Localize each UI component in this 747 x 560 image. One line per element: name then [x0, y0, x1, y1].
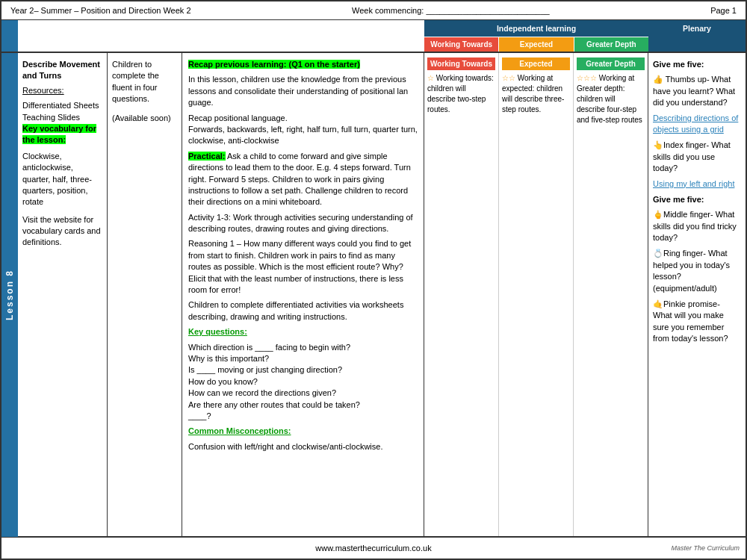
greater-depth-col: Greater Depth ☆☆☆ Working at Greater dep… — [574, 53, 648, 536]
activity-text: Activity 1-3: Work through activities se… — [188, 212, 418, 235]
exp-stars: ☆☆ — [502, 74, 515, 82]
key-vocab-highlight: Key vocabulary for the lesson: — [22, 124, 96, 144]
misconceptions-label: Common Misconceptions: — [188, 426, 418, 437]
gd-stars: ☆☆☆ — [577, 74, 597, 82]
col-header-teaching: Class teaching input — [182, 20, 424, 52]
plenary-give-five-1: Give me five: — [653, 59, 741, 70]
independent-col: Working Towards ☆ Working towards: child… — [424, 53, 648, 537]
sub-header-gd: Greater Depth — [574, 37, 648, 52]
header-week: Week commencing: _______________________… — [352, 6, 550, 15]
plenary-pinkie: 🤙Pinkie promise- What will you make sure… — [653, 299, 741, 345]
key-questions-label: Key questions: — [188, 326, 418, 337]
plenary-link2[interactable]: Using my left and right — [653, 178, 741, 190]
differentiated-text: Children to complete differentiated acti… — [188, 299, 418, 323]
footer-logo: Master The Curriculum — [627, 544, 740, 552]
page-footer: www.masterthecurriculum.co.uk Master The… — [1, 537, 746, 559]
exp-header: Expected — [502, 57, 570, 70]
misconceptions-text: Confusion with left/right and clockwise/… — [188, 441, 418, 452]
teaching-col: Recap previous learning: (Q1 on the star… — [182, 53, 424, 537]
plenary-middle: 🖕Middle finger- What skills did you find… — [653, 209, 741, 243]
wt-text: ☆ Working towards: children will describ… — [427, 73, 495, 115]
plenary-ring: 💍Ring finger- What helped you in today's… — [653, 248, 741, 294]
practical-highlight: Practical: — [188, 152, 226, 161]
teaching-para1: In this lesson, children use the knowled… — [188, 74, 418, 108]
gd-header: Greater Depth — [577, 57, 645, 70]
wt-header: Working Towards — [427, 57, 495, 70]
recap-label: Recap previous learning: (Q1 on the star… — [188, 59, 418, 70]
starter-note: (Available soon) — [112, 113, 177, 124]
reasoning-text: Reasoning 1 – How many different ways co… — [188, 238, 418, 296]
starter-text: Children to complete the fluent in four … — [112, 59, 177, 105]
vocab-list: Clockwise, anticlockwise, quarter, half,… — [22, 151, 102, 208]
visit-text: Visit the website for vocabulary cards a… — [22, 214, 102, 249]
key-questions-text: Which direction is ____ facing to begin … — [188, 342, 418, 423]
expected-col: Expected ☆☆ Working at expected: childre… — [499, 53, 574, 536]
wt-star: ☆ — [427, 74, 434, 82]
small-step-col: Describe Movement and Turns Resources: D… — [18, 53, 108, 537]
col-header-plenary: Plenary — [648, 20, 746, 52]
plenary-link1[interactable]: Describing directions of objects using a… — [653, 113, 741, 136]
exp-text: ☆☆ Working at expected: children will de… — [502, 73, 570, 115]
plenary-col: Give me five: 👍 Thumbs up- What have you… — [648, 53, 746, 537]
lesson-label: Lesson 8 — [4, 270, 15, 320]
sub-header-wt: Working Towards — [424, 37, 499, 52]
plenary-index: 👆Index finger- What skills did you use t… — [653, 140, 741, 174]
teaching-para2: Recap positional language. Forwards, bac… — [188, 113, 418, 147]
resources-text: Differentiated SheetsTeaching SlidesKey … — [22, 100, 102, 146]
header-title: Year 2– Summer – Position and Direction … — [10, 6, 191, 15]
page-header: Year 2– Summer – Position and Direction … — [1, 1, 746, 20]
small-step-title: Describe Movement and Turns — [22, 59, 102, 82]
plenary-give-five-2: Give me five: — [653, 194, 741, 205]
recap-highlight: Recap previous learning: (Q1 on the star… — [188, 60, 360, 69]
starter-col: Children to complete the fluent in four … — [108, 53, 182, 537]
resources-label: Resources: — [22, 85, 102, 96]
lesson-label-col: Lesson 8 — [1, 53, 18, 537]
wt-content: Working towards: children will describe … — [427, 74, 494, 113]
footer-website: www.masterthecurriculum.co.uk — [315, 544, 431, 553]
header-page: Page 1 — [710, 6, 737, 15]
plenary-thumbs: 👍 Thumbs up- What have you learnt? What … — [653, 74, 741, 108]
sub-header-exp: Expected — [499, 37, 574, 52]
working-towards-col: Working Towards ☆ Working towards: child… — [424, 53, 499, 536]
misconceptions-highlight: Common Misconceptions: — [188, 426, 291, 435]
key-questions-highlight: Key questions: — [188, 327, 247, 336]
gd-text: ☆☆☆ Working at Greater depth: children w… — [577, 73, 645, 125]
col-header-small-step: Small step — [18, 20, 108, 52]
practical-para: Practical: Ask a child to come forward a… — [188, 151, 418, 208]
col-header-independent: Independent learning — [424, 20, 648, 37]
col-header-starter: Starter — [108, 20, 182, 52]
